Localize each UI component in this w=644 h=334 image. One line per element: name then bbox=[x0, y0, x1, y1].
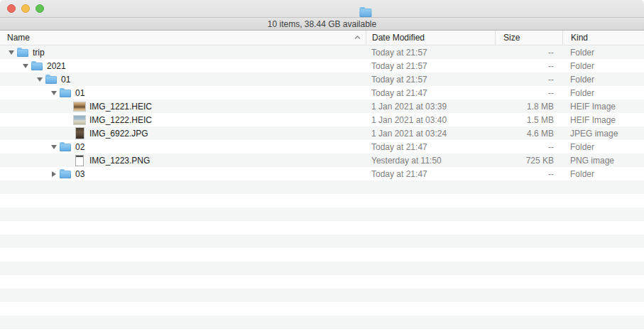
empty-row bbox=[0, 181, 644, 194]
column-header-name[interactable]: Name bbox=[0, 31, 366, 45]
name-cell: IMG_1223.PNG bbox=[0, 153, 366, 167]
size-cell: -- bbox=[495, 167, 562, 181]
kind-cell bbox=[562, 181, 644, 194]
file-name: IMG_1222.HEIC bbox=[89, 115, 152, 125]
table-row[interactable]: 02 Today at 21:47 -- Folder bbox=[0, 140, 644, 153]
kind-cell bbox=[562, 275, 644, 289]
disclosure-triangle[interactable] bbox=[20, 59, 31, 72]
kind-cell bbox=[562, 329, 644, 334]
file-name: 03 bbox=[75, 169, 84, 179]
kind-cell bbox=[562, 302, 644, 316]
size-cell: -- bbox=[495, 86, 562, 99]
date-modified-cell: 1 Jan 2021 at 03:24 bbox=[366, 126, 495, 140]
disclosure-triangle bbox=[62, 126, 74, 140]
size-cell bbox=[495, 262, 562, 275]
empty-row bbox=[0, 248, 644, 262]
column-header-kind[interactable]: Kind bbox=[562, 31, 644, 45]
name-cell: 03 bbox=[0, 167, 366, 181]
folder-icon bbox=[60, 87, 71, 98]
size-cell bbox=[495, 221, 562, 235]
name-cell bbox=[0, 221, 366, 235]
table-row[interactable]: IMG_1222.HEIC 1 Jan 2021 at 03:40 1.5 MB… bbox=[0, 113, 644, 126]
image-thumbnail-6922-icon bbox=[74, 128, 85, 139]
date-modified-cell: Today at 21:57 bbox=[366, 59, 495, 72]
minimize-button[interactable] bbox=[21, 4, 30, 13]
date-modified-cell: 1 Jan 2021 at 03:39 bbox=[366, 99, 495, 113]
size-cell bbox=[495, 208, 562, 221]
date-modified-cell bbox=[366, 329, 495, 334]
kind-cell bbox=[562, 235, 644, 248]
column-headers: Name Date Modified Size Kind bbox=[0, 31, 644, 45]
size-cell: -- bbox=[495, 140, 562, 153]
name-cell: trip bbox=[0, 45, 366, 59]
kind-cell: Folder bbox=[562, 167, 644, 181]
size-cell bbox=[495, 316, 562, 329]
kind-cell: JPEG image bbox=[562, 126, 644, 140]
name-cell bbox=[0, 248, 366, 262]
empty-row bbox=[0, 262, 644, 275]
table-row[interactable]: 2021 Today at 21:57 -- Folder bbox=[0, 59, 644, 72]
image-thumbnail-1222-icon bbox=[74, 114, 85, 125]
column-header-date-label: Date Modified bbox=[372, 33, 425, 43]
column-header-size[interactable]: Size bbox=[495, 31, 562, 45]
folder-icon bbox=[17, 47, 28, 58]
kind-cell: Folder bbox=[562, 72, 644, 86]
empty-row bbox=[0, 302, 644, 316]
disclosure-triangle[interactable] bbox=[48, 140, 60, 153]
status-text: 10 items, 38.44 GB available bbox=[268, 19, 376, 29]
kind-cell bbox=[562, 262, 644, 275]
empty-row bbox=[0, 208, 644, 221]
date-modified-cell bbox=[366, 208, 495, 221]
table-row[interactable]: 01 Today at 21:57 -- Folder bbox=[0, 72, 644, 86]
zoom-button[interactable] bbox=[36, 4, 44, 13]
empty-row bbox=[0, 235, 644, 248]
name-cell bbox=[0, 302, 366, 316]
size-cell bbox=[495, 235, 562, 248]
finder-window: 10 items, 38.44 GB available Name Date M… bbox=[0, 0, 644, 334]
table-row[interactable]: trip Today at 21:57 -- Folder bbox=[0, 45, 644, 59]
file-list: trip Today at 21:57 -- Folder 2021 Today… bbox=[0, 45, 644, 334]
disclosure-triangle[interactable] bbox=[48, 86, 60, 99]
name-cell bbox=[0, 316, 366, 329]
table-row[interactable]: 01 Today at 21:47 -- Folder bbox=[0, 86, 644, 99]
empty-row bbox=[0, 316, 644, 329]
name-cell: IMG_1222.HEIC bbox=[0, 113, 366, 126]
date-modified-cell bbox=[366, 235, 495, 248]
date-modified-cell bbox=[366, 262, 495, 275]
file-name: IMG_1223.PNG bbox=[89, 156, 150, 166]
date-modified-cell bbox=[366, 194, 495, 208]
title-bar[interactable] bbox=[0, 0, 644, 18]
size-cell: -- bbox=[495, 45, 562, 59]
disclosure-triangle[interactable] bbox=[48, 167, 60, 181]
table-row[interactable]: IMG_6922.JPG 1 Jan 2021 at 03:24 4.6 MB … bbox=[0, 126, 644, 140]
date-modified-cell bbox=[366, 289, 495, 302]
file-name: 01 bbox=[75, 88, 84, 98]
empty-row bbox=[0, 194, 644, 208]
close-button[interactable] bbox=[7, 4, 16, 13]
size-cell bbox=[495, 248, 562, 262]
table-row[interactable]: 03 Today at 21:47 -- Folder bbox=[0, 167, 644, 181]
size-cell: -- bbox=[495, 59, 562, 72]
kind-cell bbox=[562, 248, 644, 262]
column-header-size-label: Size bbox=[503, 33, 520, 43]
name-cell bbox=[0, 275, 366, 289]
size-cell bbox=[495, 302, 562, 316]
kind-cell bbox=[562, 221, 644, 235]
name-cell bbox=[0, 181, 366, 194]
kind-cell bbox=[562, 208, 644, 221]
column-header-date-modified[interactable]: Date Modified bbox=[366, 31, 495, 45]
kind-cell: Folder bbox=[562, 59, 644, 72]
size-cell: 1.5 MB bbox=[495, 113, 562, 126]
size-cell: -- bbox=[495, 72, 562, 86]
kind-cell: Folder bbox=[562, 45, 644, 59]
disclosure-triangle[interactable] bbox=[6, 45, 17, 59]
table-row[interactable]: IMG_1221.HEIC 1 Jan 2021 at 03:39 1.8 MB… bbox=[0, 99, 644, 113]
kind-cell bbox=[562, 289, 644, 302]
folder-proxy-icon[interactable] bbox=[359, 6, 371, 17]
kind-cell: PNG image bbox=[562, 153, 644, 167]
disclosure-triangle[interactable] bbox=[34, 72, 45, 86]
table-row[interactable]: IMG_1223.PNG Yesterday at 11:50 725 KB P… bbox=[0, 153, 644, 167]
date-modified-cell: Today at 21:47 bbox=[366, 167, 495, 181]
column-header-kind-label: Kind bbox=[571, 33, 588, 43]
name-cell bbox=[0, 208, 366, 221]
